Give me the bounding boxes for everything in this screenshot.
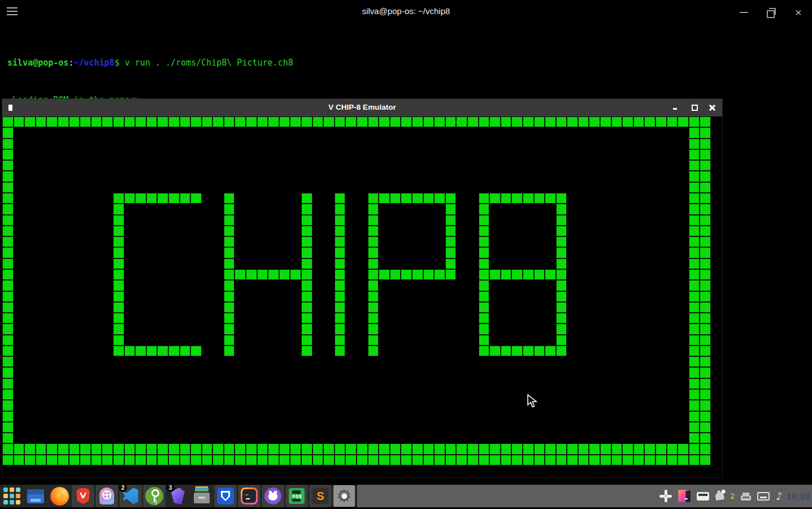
tabby-terminal-artwork — [241, 488, 258, 504]
badge-count: 3 — [166, 484, 175, 492]
keyboard-icon[interactable] — [697, 492, 709, 501]
taskbar-launchers: 23nqqS — [0, 485, 357, 507]
app-grid-icon[interactable] — [1, 485, 23, 507]
emulator-titlebar[interactable]: V CHIP-8 Emulator — [2, 99, 722, 117]
notifications-bell-icon[interactable] — [715, 491, 724, 501]
slack-icon[interactable] — [659, 490, 672, 502]
archive-manager-artwork — [194, 493, 210, 503]
firefox-icon[interactable] — [49, 485, 70, 507]
restore-icon[interactable] — [765, 6, 778, 19]
emulator-minimize-icon[interactable] — [670, 102, 680, 113]
taskbar-clock[interactable]: 19:38 — [785, 491, 812, 501]
system-tray: 2♪ — [659, 490, 785, 502]
files-icon[interactable] — [25, 485, 46, 507]
ghost-browser-icon[interactable] — [96, 485, 118, 507]
chip8-emulator-gear-artwork — [335, 487, 353, 505]
minimize-icon[interactable] — [737, 6, 751, 19]
emulator-close-icon[interactable] — [707, 102, 718, 113]
brave-artwork — [76, 488, 90, 504]
app-grid-artwork — [3, 488, 20, 504]
obsidian-icon[interactable]: 3 — [167, 485, 189, 507]
bitwarden-icon[interactable] — [215, 485, 236, 507]
ghost-browser-artwork — [99, 488, 114, 504]
prompt-user: silva@pop-os — [7, 58, 68, 68]
notepadqq-artwork: nqq — [289, 488, 305, 504]
keyboard-layout-icon[interactable] — [757, 492, 770, 501]
badge-count: 2 — [119, 484, 127, 492]
notepadqq-icon[interactable]: nqq — [286, 485, 307, 507]
keepassxc-icon[interactable] — [144, 485, 165, 507]
active-task-strip[interactable]: 2♪ 19:38 — [357, 485, 812, 507]
printer-icon[interactable] — [741, 495, 751, 501]
close-icon[interactable]: × — [792, 6, 805, 19]
firefox-artwork — [50, 487, 69, 506]
emulator-maximize-icon[interactable] — [689, 102, 700, 113]
notification-count-icon[interactable]: 2 — [730, 491, 735, 501]
files-artwork — [27, 489, 44, 503]
command-text: v run . ./roms/Chip8\ Picture.ch8 — [125, 58, 293, 68]
bitwarden-artwork — [217, 488, 234, 504]
chip8-display — [2, 117, 711, 465]
github-desktop-artwork — [264, 488, 281, 504]
sublime-text-icon[interactable]: S — [310, 485, 331, 507]
vscode-icon[interactable]: 2 — [120, 485, 141, 507]
taskbar: 23nqqS 2♪ 19:38 — [0, 485, 812, 507]
github-desktop-icon[interactable] — [262, 485, 284, 507]
terminal-window-title: silva@pop-os: ~/vchip8 — [0, 6, 812, 16]
app-cube-icon[interactable] — [678, 490, 691, 502]
chip8-emulator-gear-icon[interactable] — [333, 485, 355, 507]
sublime-text-artwork: S — [312, 488, 328, 504]
emulator-title: V CHIP-8 Emulator — [2, 103, 722, 111]
music-note-icon[interactable]: ♪ — [776, 490, 783, 502]
brave-icon[interactable] — [72, 485, 94, 507]
keepassxc-artwork — [145, 487, 163, 505]
terminal-window-titlebar[interactable]: silva@pop-os: ~/vchip8 × — [0, 0, 812, 25]
prompt-line: silva@pop-os:~/vchip8$v run . ./roms/Chi… — [7, 57, 293, 69]
tabby-terminal-icon[interactable] — [238, 485, 260, 507]
prompt-path: ~/vchip8 — [73, 58, 114, 68]
archive-manager-icon[interactable] — [191, 485, 212, 507]
chip8-emulator-window: V CHIP-8 Emulator — [2, 98, 723, 478]
prompt-symbol: $ — [115, 58, 120, 68]
